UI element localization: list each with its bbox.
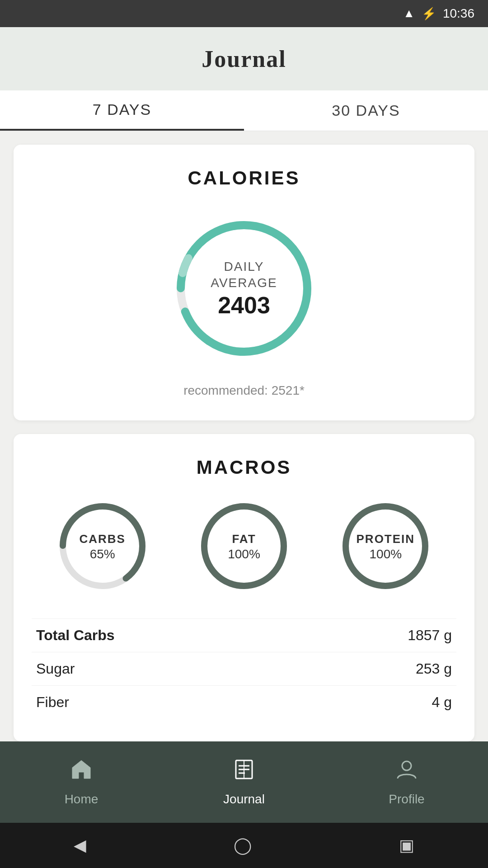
status-bar: ▲ ⚡ 10:36 <box>0 0 488 27</box>
nutrient-name-fiber: Fiber <box>36 694 69 711</box>
protein-center-text: PROTEIN 100% <box>357 531 415 561</box>
calories-card: CALORIES DAILYAVERAGE 2403 <box>14 145 474 420</box>
journal-icon <box>232 758 256 787</box>
calories-daily-value: 2403 <box>211 291 277 318</box>
tab-30days[interactable]: 30 DAYS <box>244 90 488 131</box>
battery-icon: ⚡ <box>422 7 436 21</box>
nutrient-row-totalcarbs: Total Carbs 1857 g <box>32 618 456 652</box>
macros-title: MACROS <box>32 457 456 478</box>
macro-protein: PROTEIN 100% <box>336 496 435 596</box>
page-title-bar: Journal <box>0 27 488 90</box>
nutrient-row-fiber: Fiber 4 g <box>32 685 456 719</box>
back-button[interactable]: ◀ <box>74 836 86 855</box>
macros-card: MACROS CARBS 65% <box>14 434 474 741</box>
svg-point-14 <box>402 761 411 770</box>
profile-icon <box>395 758 418 787</box>
calories-donut-container: DAILYAVERAGE 2403 <box>32 207 456 370</box>
nav-profile[interactable]: Profile <box>325 758 488 807</box>
protein-donut-wrapper: PROTEIN 100% <box>336 496 435 596</box>
carbs-label: CARBS <box>79 531 125 547</box>
calories-center-text: DAILYAVERAGE 2403 <box>211 259 277 319</box>
fat-label: FAT <box>228 531 260 547</box>
calories-daily-label: DAILYAVERAGE <box>211 259 277 292</box>
home-icon <box>70 758 93 787</box>
nav-journal[interactable]: Journal <box>163 758 325 807</box>
nav-journal-label: Journal <box>223 792 265 807</box>
time-display: 10:36 <box>443 6 474 21</box>
nutrient-row-sugar: Sugar 253 g <box>32 652 456 685</box>
calories-recommended: recommended: 2521* <box>32 383 456 398</box>
protein-percent: 100% <box>357 547 415 561</box>
tab-7days[interactable]: 7 DAYS <box>0 90 244 131</box>
macros-circles: CARBS 65% FAT 100% <box>32 496 456 596</box>
nav-home[interactable]: Home <box>0 758 163 807</box>
macro-fat: FAT 100% <box>194 496 294 596</box>
carbs-percent: 65% <box>79 547 125 561</box>
calories-title: CALORIES <box>32 167 456 189</box>
main-content: CALORIES DAILYAVERAGE 2403 <box>0 131 488 741</box>
nav-home-label: Home <box>65 792 99 807</box>
tabs-container: 7 DAYS 30 DAYS <box>0 90 488 131</box>
calories-donut-wrapper: DAILYAVERAGE 2403 <box>163 207 325 370</box>
carbs-donut-wrapper: CARBS 65% <box>53 496 152 596</box>
android-nav-bar: ◀ ◯ ▣ <box>0 823 488 868</box>
protein-label: PROTEIN <box>357 531 415 547</box>
nutrient-name-sugar: Sugar <box>36 660 75 677</box>
page-title: Journal <box>202 46 286 72</box>
nutrient-value-sugar: 253 g <box>416 660 452 677</box>
nutrient-name-totalcarbs: Total Carbs <box>36 627 115 644</box>
home-button[interactable]: ◯ <box>234 836 252 855</box>
bottom-nav: Home Journal Profile <box>0 741 488 823</box>
carbs-center-text: CARBS 65% <box>79 531 125 561</box>
nav-profile-label: Profile <box>389 792 424 807</box>
nutrient-value-totalcarbs: 1857 g <box>408 627 452 644</box>
recents-button[interactable]: ▣ <box>399 836 414 855</box>
macro-carbs: CARBS 65% <box>53 496 152 596</box>
fat-percent: 100% <box>228 547 260 561</box>
nutrient-value-fiber: 4 g <box>432 694 452 711</box>
fat-donut-wrapper: FAT 100% <box>194 496 294 596</box>
signal-icon: ▲ <box>403 7 415 20</box>
fat-center-text: FAT 100% <box>228 531 260 561</box>
